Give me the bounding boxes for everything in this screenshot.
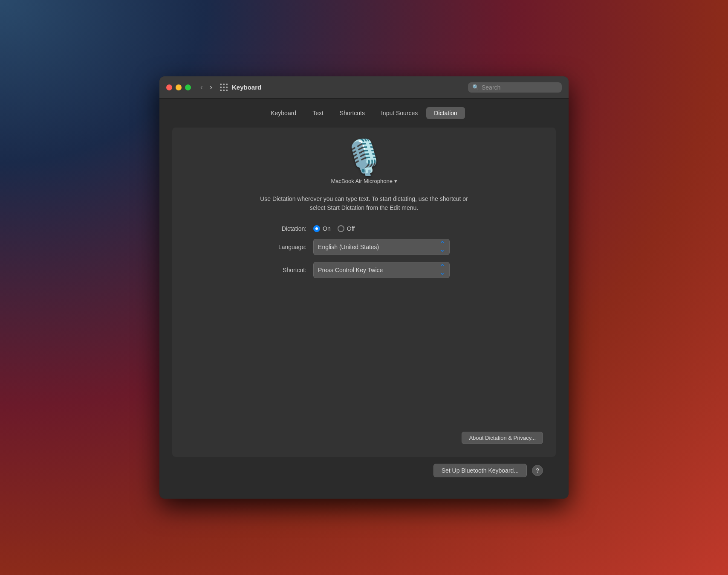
microphone-icon: 🎙️ bbox=[343, 140, 385, 174]
dictation-radio-group: On Off bbox=[313, 225, 450, 232]
traffic-lights bbox=[166, 84, 191, 90]
tab-dictation[interactable]: Dictation bbox=[426, 107, 465, 119]
mic-label[interactable]: MacBook Air Microphone ▾ bbox=[331, 178, 397, 184]
keyboard-window: ‹ › Keyboard 🔍 Search Keyboard Text Shor… bbox=[159, 76, 569, 498]
shortcut-dropdown-arrow-icon: ⌃⌄ bbox=[439, 264, 445, 276]
radio-off[interactable]: Off bbox=[338, 225, 355, 232]
language-value: English (United States) bbox=[318, 244, 379, 250]
nav-buttons: ‹ › bbox=[198, 82, 215, 93]
language-label: Language: bbox=[278, 244, 306, 250]
titlebar: ‹ › Keyboard 🔍 Search bbox=[159, 76, 569, 99]
tab-keyboard[interactable]: Keyboard bbox=[263, 107, 304, 119]
search-box[interactable]: 🔍 Search bbox=[468, 82, 562, 93]
dictation-content: 🎙️ MacBook Air Microphone ▾ Use Dictatio… bbox=[185, 140, 543, 444]
setup-bluetooth-button[interactable]: Set Up Bluetooth Keyboard... bbox=[433, 464, 527, 477]
radio-on-circle[interactable] bbox=[313, 225, 320, 232]
mic-section: 🎙️ MacBook Air Microphone ▾ bbox=[331, 140, 397, 184]
settings-grid: Dictation: On Off Language: bbox=[278, 225, 450, 278]
tab-bar: Keyboard Text Shortcuts Input Sources Di… bbox=[172, 107, 556, 119]
help-button[interactable]: ? bbox=[532, 465, 543, 476]
bottom-buttons: About Dictation & Privacy... bbox=[185, 432, 543, 444]
close-button[interactable] bbox=[166, 84, 172, 90]
minimize-button[interactable] bbox=[176, 84, 182, 90]
panel: 🎙️ MacBook Air Microphone ▾ Use Dictatio… bbox=[172, 128, 556, 456]
content-area: Keyboard Text Shortcuts Input Sources Di… bbox=[159, 99, 569, 498]
radio-on-label: On bbox=[323, 225, 331, 232]
language-dropdown[interactable]: English (United States) ⌃⌄ bbox=[313, 239, 450, 255]
shortcut-label: Shortcut: bbox=[278, 267, 306, 273]
radio-off-circle[interactable] bbox=[338, 225, 344, 232]
dropdown-arrow-icon: ⌃⌄ bbox=[439, 241, 445, 253]
about-dictation-button[interactable]: About Dictation & Privacy... bbox=[462, 432, 543, 444]
tab-shortcuts[interactable]: Shortcuts bbox=[332, 107, 373, 119]
window-title: Keyboard bbox=[232, 84, 261, 91]
footer: Set Up Bluetooth Keyboard... ? bbox=[172, 457, 556, 486]
maximize-button[interactable] bbox=[185, 84, 191, 90]
radio-on[interactable]: On bbox=[313, 225, 331, 232]
search-placeholder: Search bbox=[482, 84, 500, 91]
tab-input-sources[interactable]: Input Sources bbox=[373, 107, 425, 119]
shortcut-dropdown[interactable]: Press Control Key Twice ⌃⌄ bbox=[313, 262, 450, 278]
description-text: Use Dictation wherever you can type text… bbox=[253, 195, 475, 212]
search-icon: 🔍 bbox=[472, 84, 479, 90]
radio-off-label: Off bbox=[347, 225, 355, 232]
shortcut-value: Press Control Key Twice bbox=[318, 267, 383, 273]
forward-button[interactable]: › bbox=[207, 82, 215, 93]
tab-text[interactable]: Text bbox=[305, 107, 331, 119]
app-grid-icon[interactable] bbox=[220, 84, 228, 91]
back-button[interactable]: ‹ bbox=[198, 82, 205, 93]
dictation-label: Dictation: bbox=[278, 225, 306, 232]
